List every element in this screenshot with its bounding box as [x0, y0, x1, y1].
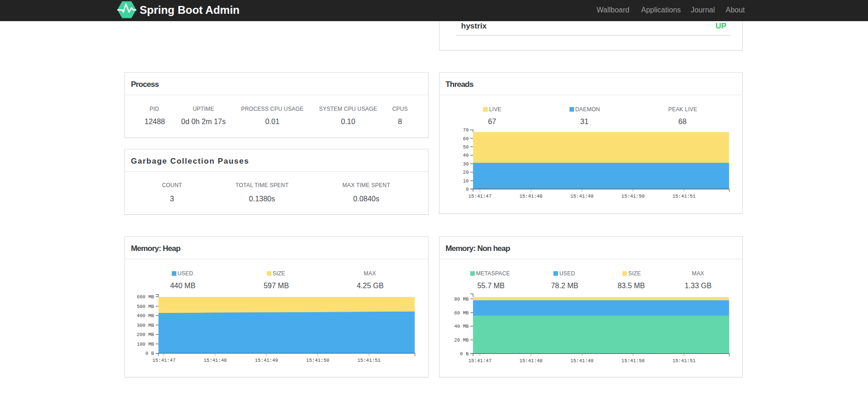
svg-text:15:41:51: 15:41:51 — [672, 194, 695, 199]
svg-text:500 MB: 500 MB — [137, 304, 154, 309]
svg-text:10: 10 — [463, 178, 469, 184]
svg-text:15:41:47: 15:41:47 — [468, 194, 491, 199]
svg-text:20: 20 — [463, 170, 469, 175]
svg-text:0 B: 0 B — [146, 351, 154, 356]
svg-text:30: 30 — [463, 161, 469, 167]
svg-text:15:41:51: 15:41:51 — [672, 358, 695, 364]
svg-text:15:41:47: 15:41:47 — [152, 358, 175, 363]
svg-text:70: 70 — [463, 127, 469, 133]
svg-text:15:41:51: 15:41:51 — [357, 358, 380, 363]
svg-text:15:41:48: 15:41:48 — [203, 358, 226, 363]
svg-text:100 MB: 100 MB — [137, 342, 154, 347]
svg-text:15:41:50: 15:41:50 — [621, 358, 644, 364]
svg-text:15:41:48: 15:41:48 — [519, 194, 542, 199]
svg-text:15:41:47: 15:41:47 — [468, 358, 491, 364]
svg-text:40: 40 — [463, 153, 469, 158]
svg-text:15:41:48: 15:41:48 — [519, 358, 542, 364]
svg-text:300 MB: 300 MB — [137, 323, 154, 328]
svg-text:0: 0 — [466, 187, 468, 192]
svg-text:60 MB: 60 MB — [454, 310, 469, 316]
svg-text:200 MB: 200 MB — [137, 332, 154, 337]
svg-text:15:41:49: 15:41:49 — [570, 194, 593, 199]
svg-text:20 MB: 20 MB — [454, 337, 469, 343]
svg-text:0 B: 0 B — [460, 351, 469, 357]
svg-text:15:41:49: 15:41:49 — [255, 358, 278, 363]
svg-text:80 MB: 80 MB — [454, 296, 469, 302]
svg-text:600 MB: 600 MB — [137, 294, 154, 300]
svg-text:15:41:50: 15:41:50 — [621, 194, 644, 199]
svg-text:40 MB: 40 MB — [454, 324, 469, 329]
svg-text:400 MB: 400 MB — [137, 313, 154, 319]
svg-text:15:41:50: 15:41:50 — [306, 358, 329, 363]
svg-text:15:41:49: 15:41:49 — [570, 358, 593, 364]
svg-text:50: 50 — [463, 144, 469, 150]
svg-text:60: 60 — [463, 136, 469, 142]
